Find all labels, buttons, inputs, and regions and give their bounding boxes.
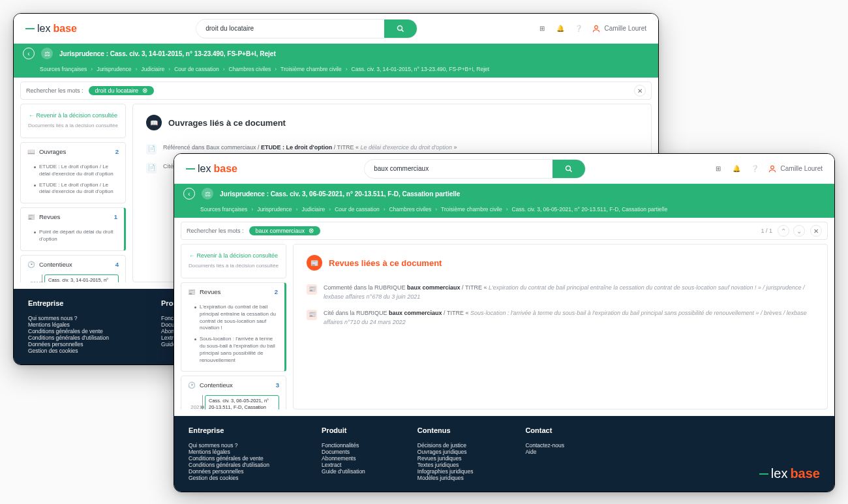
footer-link[interactable]: Fonctionnalités <box>322 442 365 449</box>
footer-link[interactable]: Abonnements <box>322 455 365 462</box>
search-input[interactable] <box>365 165 553 172</box>
search-input[interactable] <box>196 25 384 32</box>
footer-link[interactable]: Lextract <box>322 462 365 468</box>
back-button[interactable]: ‹ <box>23 48 35 59</box>
footer-link[interactable]: Guide d'utilisation <box>322 468 365 475</box>
filter-chip[interactable]: droit du locataire⊗ <box>89 86 155 95</box>
search-button[interactable] <box>553 160 585 178</box>
section-contentieux[interactable]: 🕑 Contentieux 3 <box>188 381 279 391</box>
back-to-decision-link[interactable]: ← Revenir à la décision consultée <box>188 250 279 261</box>
breadcrumb-item[interactable]: Cass. civ. 3, 14-01-2015, n° 13-23.490, … <box>352 66 490 72</box>
help-icon[interactable]: ❔ <box>750 164 760 174</box>
list-item[interactable]: Point de départ du délai du droit d'opti… <box>34 227 117 245</box>
footer-link[interactable]: Revues juridiques <box>417 455 474 462</box>
breadcrumb-item[interactable]: Troisième chambre civile <box>441 206 502 213</box>
footer-link[interactable]: Conditions générales de vente <box>189 455 269 462</box>
footer-heading: Produit <box>322 426 365 434</box>
book-icon: 📖 <box>27 148 35 155</box>
timeline-item[interactable]: Cass. civ. 3, 06-05-2021, n° 20-13.511, … <box>205 395 279 409</box>
breadcrumb-item[interactable]: Sources françaises <box>40 66 87 72</box>
news-icon: 📰 <box>188 288 196 295</box>
list-item[interactable]: Sous-location : l'arrivée à terme du sou… <box>194 334 278 366</box>
result-icon: 📄 <box>146 144 157 155</box>
section-ouvrages[interactable]: 📖 Ouvrages 2 <box>27 148 119 158</box>
footer-link[interactable]: Conditions générales de vente <box>28 328 109 334</box>
next-result-button[interactable]: ⌄ <box>793 225 805 237</box>
svg-line-1 <box>402 29 404 31</box>
footer: EntrepriseQui sommes nous ?Mentions léga… <box>174 416 834 492</box>
user-menu[interactable]: Camille Louret <box>592 24 646 33</box>
result-icon: 📰 <box>307 310 317 320</box>
breadcrumb-item[interactable]: Jurisprudence <box>97 66 131 72</box>
list-item[interactable]: ETUDE : Le droit d'option / Le délai d'e… <box>34 180 119 198</box>
section-contentieux[interactable]: 🕑 Contentieux 4 <box>27 261 119 271</box>
footer-link[interactable]: Mentions légales <box>28 321 109 328</box>
footer-link[interactable]: Données personnelles <box>28 341 109 348</box>
list-item[interactable]: ETUDE : Le droit d'option / Le délai d'e… <box>34 162 119 180</box>
breadcrumb-item[interactable]: Chambres civiles <box>228 66 271 72</box>
breadcrumb-item[interactable]: Judiciaire <box>301 206 325 213</box>
sidebar: ← Revenir à la décision consultée Docume… <box>181 244 286 409</box>
apps-icon[interactable]: ⊞ <box>713 164 723 174</box>
doc-title: Jurisprudence : Cass. civ. 3, 06-05-2021… <box>220 190 460 198</box>
footer-link[interactable]: Conditions générales d'utilisation <box>189 462 269 468</box>
list-item[interactable]: L'expiration du contrat de bail principa… <box>194 302 278 334</box>
footer-link[interactable]: Qui sommes nous ? <box>189 442 269 449</box>
apps-icon[interactable]: ⊞ <box>537 23 547 34</box>
user-icon <box>768 164 777 173</box>
search-box <box>196 19 417 38</box>
prev-result-button[interactable]: ⌃ <box>778 225 789 237</box>
close-filter-button[interactable]: ✕ <box>634 85 646 96</box>
result-row[interactable]: 📰Cité dans la RUBRIQUE baux commerciaux … <box>307 305 814 331</box>
footer-link[interactable]: Mentions légales <box>189 449 269 455</box>
news-circle-icon: 📰 <box>307 255 322 271</box>
breadcrumb: Sources françaises›Jurisprudence›Judicia… <box>14 63 658 78</box>
section-revues[interactable]: 📰Revues1 <box>27 213 117 223</box>
footer-link[interactable]: Données personnelles <box>189 468 269 475</box>
svg-line-4 <box>570 170 572 171</box>
breadcrumb-item[interactable]: Judiciaire <box>141 66 164 72</box>
main-title: Ouvrages liés à ce document <box>168 118 286 128</box>
close-filter-button[interactable]: ✕ <box>810 225 822 237</box>
footer-link[interactable]: Documents <box>322 449 365 455</box>
doc-type-icon: ⚖ <box>41 48 53 59</box>
logo[interactable]: lexbase <box>186 163 237 175</box>
footer-heading: Contact <box>525 426 564 434</box>
remove-chip-icon[interactable]: ⊗ <box>309 228 314 234</box>
logo[interactable]: lexbase <box>25 23 77 35</box>
footer-link[interactable]: Gestion des cookies <box>189 475 269 481</box>
breadcrumb-item[interactable]: Chambres civiles <box>389 206 431 213</box>
result-row[interactable]: 📰Commenté dans la RUBRIQUE baux commerci… <box>307 280 814 305</box>
footer-link[interactable]: Textes juridiques <box>417 462 474 468</box>
top-icons: ⊞ 🔔 ❔ Camille Louret <box>537 23 646 34</box>
footer-link[interactable]: Aide <box>525 449 564 455</box>
back-button[interactable]: ‹ <box>183 188 195 200</box>
filter-chip[interactable]: baux commerciaux⊗ <box>249 226 321 235</box>
footer-link[interactable]: Gestion des cookies <box>28 348 109 354</box>
search-icon <box>397 25 404 33</box>
user-menu[interactable]: Camille Louret <box>768 164 823 173</box>
section-revues[interactable]: 📰 Revues 2 <box>188 288 278 298</box>
help-icon[interactable]: ❔ <box>573 23 584 34</box>
footer-link[interactable]: Modèles juridiques <box>417 475 474 481</box>
doc-title: Jurisprudence : Cass. civ. 3, 14-01-2015… <box>59 50 276 57</box>
user-icon <box>592 24 601 33</box>
back-to-decision-link[interactable]: ← Revenir à la décision consultée <box>27 110 119 121</box>
search-button[interactable] <box>384 20 417 38</box>
breadcrumb-item[interactable]: Cour de cassation <box>174 66 219 72</box>
breadcrumb-item[interactable]: Cour de cassation <box>335 206 380 213</box>
bell-icon[interactable]: 🔔 <box>731 164 742 174</box>
breadcrumb-item[interactable]: Cass. civ. 3, 06-05-2021, n° 20-13.511, … <box>512 206 668 213</box>
footer-link[interactable]: Qui sommes nous ? <box>28 315 109 321</box>
footer-link[interactable]: Infographies juridiques <box>417 468 474 475</box>
footer-link[interactable]: Contactez-nous <box>525 442 564 449</box>
timeline-item[interactable]: Cass. civ. 3, 14-01-2015, n° 13-23.490, … <box>44 274 119 282</box>
breadcrumb-item[interactable]: Jurisprudence <box>257 206 292 213</box>
bell-icon[interactable]: 🔔 <box>555 23 566 34</box>
footer-link[interactable]: Conditions générales d'utilisation <box>28 334 109 341</box>
remove-chip-icon[interactable]: ⊗ <box>142 87 147 94</box>
footer-link[interactable]: Ouvrages juridiques <box>417 449 474 455</box>
footer-link[interactable]: Décisions de justice <box>417 442 474 449</box>
breadcrumb-item[interactable]: Sources françaises <box>200 206 247 213</box>
breadcrumb-item[interactable]: Troisième chambre civile <box>280 66 342 72</box>
